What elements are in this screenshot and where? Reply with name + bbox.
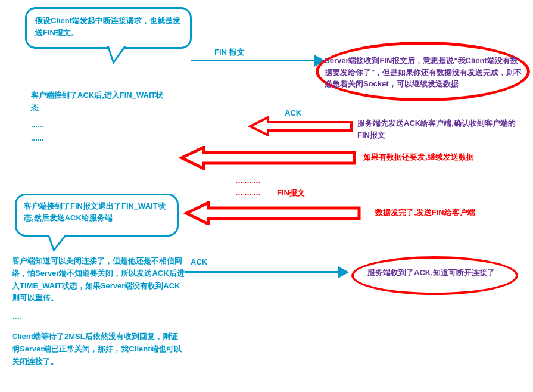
ack2-arrow-right — [185, 271, 339, 273]
fin-label: FIN 报文 — [214, 46, 245, 59]
ack2-label: ACK — [191, 256, 207, 269]
server-recv-fin-text: Server端接收到FIN报文后，意思是说"我Client端没有数据要发给你了"… — [325, 55, 524, 90]
client-time-wait-text: 客户端知道可以关闭连接了，但是他还是不相信网络，怕Server端不知道要关闭，所… — [12, 255, 185, 304]
server-recv-ack-text: 服务端收到了ACK,知道可断开连接了 — [367, 267, 507, 279]
ack-arrow-left — [247, 116, 354, 136]
dots: ...... — [31, 119, 44, 132]
server-send-ack-text: 服务端先发送ACK给客户端,确认收到客户端的FIN报文 — [357, 117, 524, 141]
fin2-arrow-left — [183, 201, 362, 225]
dots: …. — [12, 311, 22, 323]
fin-arrow-right — [191, 60, 316, 61]
bubble-tail-inner — [109, 46, 124, 61]
bubble-tail-inner — [49, 235, 64, 248]
client-2msl-text: Client端等待了2MSL后依然没有收到回复，则证明Server端已正常关闭，… — [12, 331, 185, 368]
server-send-fin-text: 数据发完了,发送FIN给客户端 — [375, 207, 475, 218]
fin2-label: FIN报文 — [277, 188, 305, 198]
dots: ...... — [31, 132, 44, 145]
client-ack-wait-text: 客户端接到了ACK后,进入FIN_WAIT状态 — [31, 89, 168, 114]
data-arrow-left — [179, 146, 357, 170]
dotted: ……… — [235, 188, 262, 197]
server-continue-text: 如果有数据还要发,继续发送数据 — [363, 152, 474, 163]
client-recv-fin-bubble: 客户端接到了FIN报文退出了FIN_WAIT状态,然后发送ACK给服务端 — [15, 194, 179, 237]
dotted: ……… — [235, 176, 262, 185]
client-fin-bubble: 假设Client端发起中断连接请求，也就是发送FIN报文。 — [25, 7, 192, 49]
